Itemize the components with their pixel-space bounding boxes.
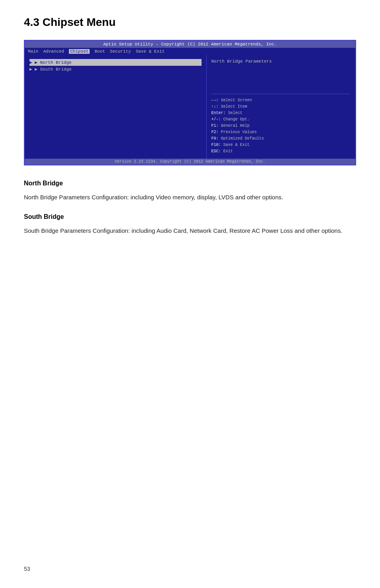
bios-menu-item-main[interactable]: Main bbox=[28, 49, 38, 54]
bios-footer: Version 2.15.1234. Copyright (C) 2012 Am… bbox=[25, 159, 355, 165]
bios-menu-item-boot[interactable]: Boot bbox=[94, 49, 105, 54]
bios-header: Aptio Setup Utility – Copyright (C) 2012… bbox=[25, 41, 355, 48]
bios-menu-item-security[interactable]: Security bbox=[110, 49, 131, 54]
page-number: 53 bbox=[24, 566, 30, 572]
bios-help-key: F2: bbox=[212, 130, 219, 134]
bios-help-key: Enter: bbox=[212, 111, 226, 115]
bios-help-desc: Select bbox=[228, 111, 243, 115]
bios-help-divider bbox=[212, 94, 351, 94]
bios-help-desc: Previous Values bbox=[221, 130, 257, 134]
bios-help-line: Enter: Select bbox=[212, 110, 351, 116]
bios-help-desc: Change Opt. bbox=[223, 117, 250, 122]
section-body-north-bridge: North Bridge Parameters Configuration: i… bbox=[24, 193, 356, 202]
bios-help-key: F9: bbox=[212, 136, 219, 141]
bios-help-key: F10: bbox=[212, 143, 221, 147]
bios-left-panel: ▶ North Bridge▶ South Bridge bbox=[25, 55, 207, 159]
bios-help-key: F1: bbox=[212, 124, 219, 128]
bios-help-key: ESC: bbox=[212, 149, 221, 153]
bios-help-line: F1: General Help bbox=[212, 123, 351, 129]
section-heading-north-bridge: North Bridge bbox=[24, 180, 356, 187]
bios-help-line: F10: Save & Exit bbox=[212, 142, 351, 148]
bios-menu-item-save-&-exit[interactable]: Save & Exit bbox=[136, 49, 165, 54]
bios-help-line: +/-: Change Opt. bbox=[212, 116, 351, 123]
bios-left-item-north-bridge[interactable]: ▶ North Bridge bbox=[29, 59, 202, 66]
bios-help-desc: Select Item bbox=[221, 104, 247, 109]
bios-help-desc: Optimized Defaults bbox=[221, 136, 264, 141]
bios-body: ▶ North Bridge▶ South Bridge North Bridg… bbox=[25, 55, 355, 159]
bios-screen: Aptio Setup Utility – Copyright (C) 2012… bbox=[24, 40, 356, 165]
bios-help-key: +/-: bbox=[212, 117, 221, 122]
section-heading-south-bridge: South Bridge bbox=[24, 213, 356, 220]
bios-help-desc: Select Screen bbox=[221, 98, 252, 102]
bios-help: ←→: Select Screen↑↓: Select ItemEnter: S… bbox=[212, 97, 351, 155]
bios-help-key: ↑↓: bbox=[212, 104, 219, 109]
section-body-south-bridge: South Bridge Parameters Configuration: i… bbox=[24, 226, 356, 236]
page-title: 4.3 Chipset Menu bbox=[24, 16, 356, 29]
bios-help-line: ESC: Exit bbox=[212, 148, 351, 155]
bios-menu-item-chipset[interactable]: Chipset bbox=[69, 49, 90, 54]
bios-menubar: MainAdvancedChipsetBootSecuritySave & Ex… bbox=[25, 48, 355, 55]
bios-help-line: ↑↓: Select Item bbox=[212, 104, 351, 110]
bios-help-line: F2: Previous Values bbox=[212, 129, 351, 136]
bios-help-line: F9: Optimized Defaults bbox=[212, 136, 351, 142]
bios-help-desc: Save & Exit bbox=[223, 143, 250, 147]
bios-right-panel: North Bridge Parameters ←→: Select Scree… bbox=[207, 55, 356, 159]
bios-help-line: ←→: Select Screen bbox=[212, 97, 351, 104]
bios-help-key: ←→: bbox=[212, 98, 219, 102]
bios-help-desc: General Help bbox=[221, 124, 250, 128]
sections-container: North BridgeNorth Bridge Parameters Conf… bbox=[24, 180, 356, 236]
bios-left-item-south-bridge[interactable]: ▶ South Bridge bbox=[29, 66, 202, 73]
bios-info-text: North Bridge Parameters bbox=[212, 59, 351, 90]
bios-menu-item-advanced[interactable]: Advanced bbox=[43, 49, 64, 54]
bios-help-desc: Exit bbox=[223, 149, 233, 153]
